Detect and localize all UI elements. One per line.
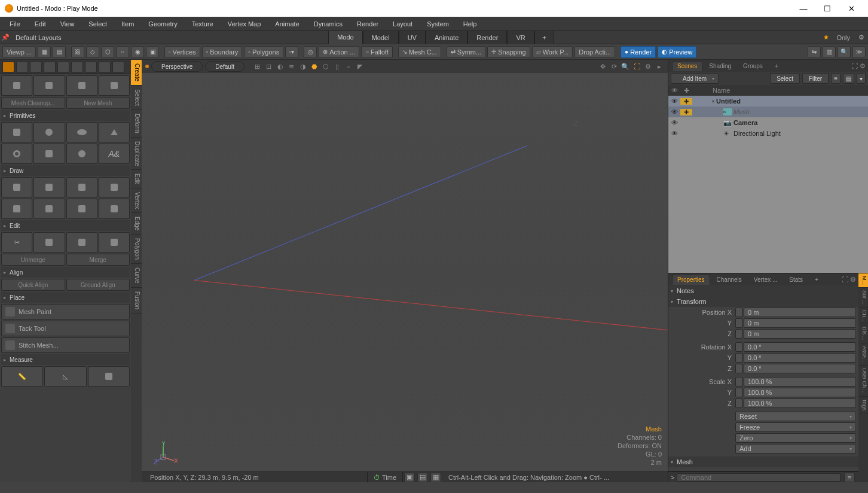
vp-opt-8[interactable]: ▯ — [332, 62, 342, 71]
sel-mode-1[interactable]: ⛓ — [71, 46, 84, 58]
center-button[interactable]: ◎ — [304, 46, 317, 58]
prim-cone[interactable] — [99, 122, 130, 142]
gear-icon[interactable]: ⚙ — [855, 34, 868, 41]
mode-icon-3[interactable] — [30, 62, 42, 72]
sclz-key[interactable] — [735, 398, 742, 408]
draw-3[interactable] — [66, 177, 97, 197]
tack-tool-button[interactable]: Tack Tool — [1, 321, 130, 336]
scale-z-field[interactable]: 100.0 % — [744, 398, 856, 408]
star-icon[interactable]: ★ — [821, 34, 832, 41]
scene-filter-button[interactable]: Filter — [802, 73, 829, 84]
drop-action-button[interactable]: Drop Acti... — [574, 46, 615, 58]
close-button[interactable]: ✕ — [839, 0, 863, 17]
vp-opt-5[interactable]: ◑ — [298, 62, 308, 71]
only-toggle[interactable]: Only — [832, 34, 855, 41]
measure-ruler[interactable]: 📏 — [1, 366, 43, 387]
scene-opt-1[interactable]: ≡ — [831, 73, 841, 84]
tab-shading[interactable]: Shading — [704, 61, 736, 71]
comp-boundary[interactable]: ▫ Boundary — [202, 46, 243, 58]
snap-toggle-1[interactable]: ⇆ — [808, 46, 821, 58]
render-button[interactable]: ● Render — [621, 46, 656, 58]
vp-opt-10[interactable]: ◤ — [355, 62, 365, 71]
section-notes[interactable]: Notes — [668, 285, 858, 296]
tab-properties[interactable]: Properties — [672, 275, 710, 285]
add-item-dropdown[interactable]: Add Item — [671, 73, 719, 84]
tree-row-light[interactable]: 👁 ☀Directional Light — [668, 128, 868, 139]
status-btn-1[interactable]: ▣ — [404, 473, 415, 482]
mode-icon-2[interactable] — [16, 62, 28, 72]
layout-tab-add[interactable]: ＋ — [534, 31, 554, 44]
vp-nav-rotate[interactable]: ⟳ — [609, 62, 619, 71]
shading-dropdown[interactable]: Default — [205, 61, 244, 72]
vtab-deform[interactable]: Deform — [131, 110, 142, 138]
maximize-button[interactable]: ☐ — [815, 0, 839, 17]
tab-prop-add[interactable]: + — [809, 275, 824, 285]
panel-expand-icon[interactable]: ⛶ — [851, 62, 858, 70]
scly-key[interactable] — [735, 388, 742, 397]
edit-cut[interactable]: ✂ — [1, 232, 32, 252]
prim-torus[interactable] — [1, 144, 32, 164]
rvtab-tags[interactable]: Tags — [858, 397, 868, 413]
draw-7[interactable] — [66, 199, 97, 219]
merge-button[interactable]: Merge — [66, 254, 130, 266]
unmerge-button[interactable]: Unmerge — [1, 254, 65, 266]
mode-icon-8[interactable] — [99, 62, 111, 72]
scene-opt-2[interactable]: ▤ — [843, 73, 854, 84]
draw-8[interactable] — [99, 199, 130, 219]
mode-icon-9[interactable] — [112, 62, 124, 72]
viewport-layout-button[interactable]: Viewp ... — [2, 46, 36, 58]
prim-cube[interactable] — [1, 122, 32, 142]
menu-file[interactable]: File — [2, 17, 27, 31]
snap-toggle-2[interactable]: ▥ — [823, 46, 836, 58]
menu-animate[interactable]: Animate — [268, 17, 306, 31]
zero-dropdown[interactable]: Zero — [735, 433, 856, 443]
rvtab-sur[interactable]: Sur ... — [858, 288, 868, 308]
vtab-curve[interactable]: Curve — [131, 264, 142, 288]
menu-edit[interactable]: Edit — [27, 17, 53, 31]
mesh-constraint[interactable]: ↘ Mesh C... — [398, 46, 441, 58]
vp-opt-1[interactable]: ⊞ — [253, 62, 262, 71]
prop-expand-icon[interactable]: ⛶ — [842, 276, 848, 284]
section-mesh[interactable]: Mesh — [668, 457, 858, 467]
prim-sphere[interactable] — [33, 122, 65, 142]
rotx-key[interactable] — [735, 342, 742, 352]
prim-ellipsoid[interactable] — [66, 122, 97, 142]
position-x-field[interactable]: 0 m — [744, 308, 856, 317]
position-y-field[interactable]: 0 m — [744, 318, 856, 328]
edit-3[interactable] — [66, 232, 97, 252]
workplane-button[interactable]: ▱ Work P... — [532, 46, 573, 58]
section-align[interactable]: Align — [1, 267, 130, 278]
layout-split1[interactable]: ▦ — [38, 46, 51, 58]
sel-mode-3[interactable]: ⬡ — [101, 46, 114, 58]
measure-volume[interactable] — [88, 366, 130, 387]
menu-select[interactable]: Select — [81, 17, 114, 31]
vtab-fusion[interactable]: Fusion — [131, 288, 142, 314]
position-z-field[interactable]: 0 m — [744, 329, 856, 339]
sel-mode-6[interactable]: ▣ — [146, 46, 159, 58]
reset-dropdown[interactable]: Reset — [735, 412, 856, 421]
tab-scenes[interactable]: Scenes — [672, 61, 702, 71]
draw-5[interactable] — [1, 199, 32, 219]
snapping-button[interactable]: ✛ Snapping — [487, 46, 530, 58]
mode-icon-5[interactable] — [57, 62, 69, 72]
layout-tab-modo[interactable]: Modo — [328, 31, 363, 44]
menu-layout[interactable]: Layout — [386, 17, 420, 31]
scale-y-field[interactable]: 100.0 % — [744, 388, 856, 397]
transform-rotate[interactable] — [33, 75, 65, 96]
vtab-create[interactable]: Create — [131, 60, 142, 86]
tree-row-untitled[interactable]: 👁✚ ▾Untitled — [668, 96, 868, 106]
tree-row-mesh[interactable]: 👁✚ ▫Mesh — [668, 106, 868, 117]
vp-opt-4[interactable]: ≋ — [287, 62, 297, 71]
axis-gizmo[interactable]: Y X Z — [154, 442, 178, 465]
mode-icon-6[interactable] — [71, 62, 83, 72]
falloff-button[interactable]: ○ Falloff — [361, 46, 393, 58]
rotation-z-field[interactable]: 0.0 ° — [744, 364, 856, 373]
ground-align-button[interactable]: Ground Align — [66, 279, 130, 291]
prim-text[interactable]: A& — [99, 144, 130, 164]
sel-mode-4[interactable]: ○ — [116, 46, 129, 58]
vp-more-icon[interactable]: ▸ — [655, 62, 664, 71]
vp-gear-icon[interactable]: ⚙ — [643, 62, 653, 71]
layout-tab-model[interactable]: Model — [363, 31, 399, 44]
menu-help[interactable]: Help — [456, 17, 484, 31]
status-btn-3[interactable]: ▦ — [430, 473, 441, 482]
